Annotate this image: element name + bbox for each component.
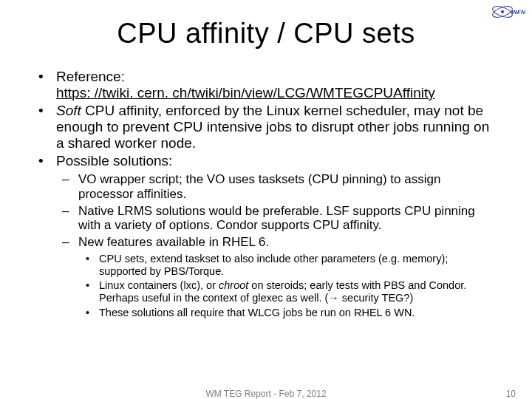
sub-native-lrms: Native LRMS solutions would be preferabl… [56,204,497,233]
rhel6-label: New features available in RHEL 6. [78,235,269,249]
slide: INFN CPU affinity / CPU sets Reference: … [0,0,532,399]
bullet-reference: Reference: https: //twiki. cern. ch/twik… [35,69,497,101]
subsub-lxc: Linux containers (lxc), or chroot on ste… [78,279,497,304]
svg-text:INFN: INFN [511,9,525,16]
page-number: 10 [506,389,516,399]
sub-vo-wrapper: VO wrapper script; the VO uses tasksets … [56,172,497,201]
possible-solutions-label: Possible solutions: [56,153,172,168]
subsub-require-rhel6: These solutions all require that WLCG jo… [78,307,497,319]
soft-rest: CPU affinity, enforced by the Linux kern… [56,103,489,151]
bullet-list: Reference: https: //twiki. cern. ch/twik… [35,69,497,319]
sub-rhel6: New features available in RHEL 6. CPU se… [56,235,497,319]
soft-italic: Soft [56,103,81,118]
footer-date: WM TEG Report - Feb 7, 2012 [0,389,532,399]
sub-list: VO wrapper script; the VO uses tasksets … [56,172,497,319]
bullet-soft-affinity: Soft CPU affinity, enforced by the Linux… [35,103,497,151]
reference-label: Reference: [56,69,125,84]
slide-title: CPU affinity / CPU sets [35,18,497,50]
bullet-possible-solutions: Possible solutions: VO wrapper script; t… [35,153,497,319]
svg-point-2 [501,10,504,13]
infn-logo: INFN [489,3,526,28]
sub-sub-list: CPU sets, extend taskset to also include… [78,253,497,319]
subsub-cpusets: CPU sets, extend taskset to also include… [78,253,497,278]
reference-link[interactable]: https: //twiki. cern. ch/twiki/bin/view/… [56,85,435,100]
